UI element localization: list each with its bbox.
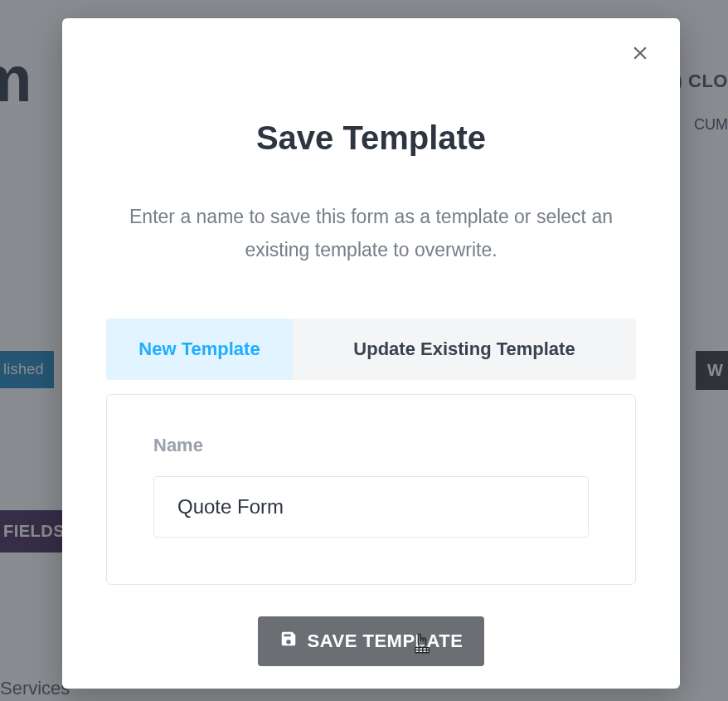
tab-new-template[interactable]: New Template: [106, 319, 293, 380]
save-template-modal: Save Template Enter a name to save this …: [62, 18, 680, 689]
close-button[interactable]: [622, 37, 658, 73]
template-name-input[interactable]: [153, 476, 589, 538]
save-row: SAVE TEMPLATE: [62, 616, 680, 666]
tab-update-existing[interactable]: Update Existing Template: [293, 319, 636, 380]
name-card: Name: [106, 394, 636, 585]
name-label: Name: [153, 435, 589, 456]
close-icon: [629, 42, 651, 67]
modal-description: Enter a name to save this form as a temp…: [104, 200, 638, 267]
save-template-button[interactable]: SAVE TEMPLATE: [258, 616, 485, 666]
save-icon: [279, 630, 298, 653]
modal-title: Save Template: [62, 119, 680, 157]
template-tabs: New Template Update Existing Template: [106, 319, 636, 380]
save-button-label: SAVE TEMPLATE: [308, 630, 463, 652]
